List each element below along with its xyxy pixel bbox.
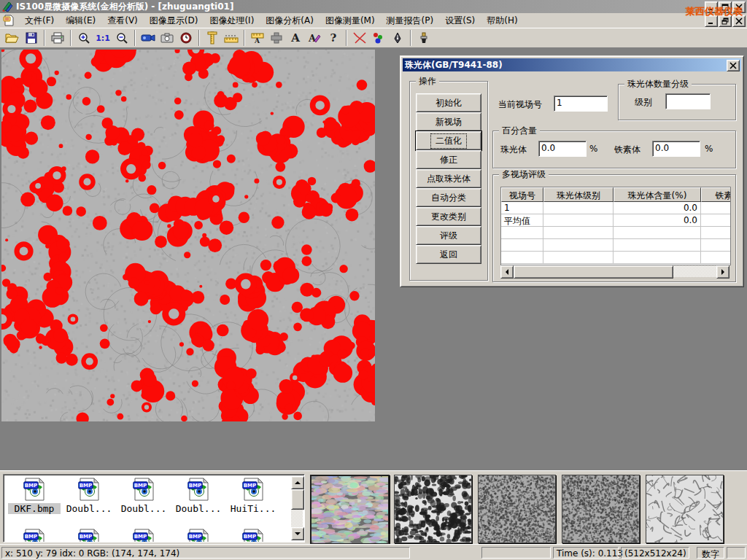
print-button[interactable]: [48, 29, 67, 47]
table-horizontal-scrollbar[interactable]: [500, 265, 729, 277]
text-button[interactable]: A: [286, 29, 305, 47]
save-button[interactable]: [22, 29, 41, 47]
menu-report[interactable]: 测量报告(P): [381, 13, 440, 28]
scroll-up-button[interactable]: [291, 476, 304, 489]
menu-image-process[interactable]: 图像处理(I): [204, 13, 260, 28]
scrollbar-thumb[interactable]: [291, 489, 304, 510]
menu-image-analysis[interactable]: 图像分析(A): [260, 13, 320, 28]
bmp-file-icon: [77, 478, 101, 501]
dialog-close-button[interactable]: [727, 60, 740, 71]
file-item[interactable]: [63, 529, 115, 542]
file-item[interactable]: [117, 529, 170, 542]
correct-button[interactable]: 修正: [416, 150, 481, 169]
annotate-button[interactable]: A: [305, 29, 324, 47]
ferrite-percent-input[interactable]: 0.0: [652, 141, 700, 157]
child-close-button[interactable]: [732, 15, 746, 27]
child-restore-button[interactable]: [719, 15, 732, 27]
current-field-input[interactable]: 1: [554, 96, 608, 112]
toolbar-separator: [346, 30, 347, 46]
ruler-button[interactable]: [222, 29, 241, 47]
scroll-right-button[interactable]: [716, 265, 729, 279]
brush-tool-button[interactable]: [414, 29, 433, 47]
file-item[interactable]: Doubl...: [63, 478, 115, 514]
help-button[interactable]: ?: [324, 29, 343, 47]
file-name-selected[interactable]: DKF.bmp: [8, 503, 61, 514]
menu-file[interactable]: 文件(F): [19, 13, 60, 28]
multi-field-group: 多视场评级 视场号 珠光体级别 珠光体含量(%) 铁素体含量(%) 1 0.0 …: [492, 174, 736, 282]
close-button[interactable]: [732, 1, 746, 13]
video-capture-button[interactable]: [139, 29, 158, 47]
auto-classify-button[interactable]: 自动分类: [416, 188, 481, 207]
thumbnail-5[interactable]: [646, 475, 724, 543]
pen-tool-button[interactable]: [388, 29, 407, 47]
col-ferrite-content[interactable]: 铁素体含量(%): [701, 187, 731, 202]
pen-nib-icon: [393, 32, 402, 44]
operations-group: 操作 初始化 新视场 二值化 修正 点取珠光体 自动分类 更改类别 评级 返回: [409, 81, 488, 281]
menu-settings[interactable]: 设置(S): [439, 13, 481, 28]
scroll-down-button[interactable]: [291, 527, 304, 540]
file-item[interactable]: Doubl...: [172, 478, 225, 514]
bmp-file-icon: [77, 529, 101, 542]
dialog-title-bar[interactable]: 珠光体(GB/T9441-88): [403, 58, 741, 71]
menu-help[interactable]: 帮助(H): [481, 13, 523, 28]
thumbnail-4[interactable]: [562, 475, 640, 543]
file-item[interactable]: HuiTi...: [227, 478, 279, 514]
open-button[interactable]: [3, 29, 22, 47]
col-pearlite-grade[interactable]: 珠光体级别: [543, 187, 614, 202]
file-browser[interactable]: DKF.bmp Doubl... Doubl... Doubl... HuiTi…: [3, 474, 305, 542]
scrollbar-thumb[interactable]: [514, 265, 673, 279]
multi-field-table[interactable]: 视场号 珠光体级别 珠光体含量(%) 铁素体含量(%) 1 0.0 平均值 0.…: [500, 187, 731, 265]
new-field-button[interactable]: 新视场: [416, 112, 481, 131]
pearlite-percent-sign: %: [589, 144, 597, 154]
file-item[interactable]: [8, 529, 61, 542]
scroll-left-button[interactable]: [500, 265, 514, 279]
file-item[interactable]: [227, 529, 279, 542]
col-field-no[interactable]: 视场号: [501, 187, 543, 202]
zoom-in-button[interactable]: [74, 29, 93, 47]
zoom-out-button[interactable]: [112, 29, 131, 47]
menu-view[interactable]: 查看(V): [101, 13, 144, 28]
init-button[interactable]: 初始化: [416, 93, 481, 112]
count-marks-button[interactable]: [369, 29, 388, 47]
curve-tool-button[interactable]: [350, 29, 369, 47]
svg-text:A: A: [254, 37, 260, 44]
thumbnail-3[interactable]: [478, 475, 556, 543]
bmp-file-icon: [23, 529, 46, 542]
maximize-button[interactable]: [719, 1, 732, 13]
pearlite-percent-input[interactable]: 0.0: [538, 141, 587, 157]
file-item[interactable]: DKF.bmp: [8, 478, 61, 514]
file-item[interactable]: [172, 529, 225, 542]
snapshot-button[interactable]: [158, 29, 177, 47]
change-class-button[interactable]: 更改类别: [416, 207, 481, 226]
percent-group-label: 百分含量: [499, 125, 540, 136]
child-minimize-button[interactable]: [705, 15, 718, 27]
menu-edit[interactable]: 编辑(E): [60, 13, 101, 28]
title-bar[interactable]: IS100显微摄像系统(金相分析版) - [zhuguangti01]: [0, 0, 747, 13]
micrograph-image[interactable]: [1, 50, 375, 421]
thumbnail-2[interactable]: [394, 475, 472, 543]
grade-button[interactable]: 评级: [416, 226, 481, 245]
minimize-button[interactable]: [705, 1, 718, 13]
bmp-file-icon: [187, 529, 210, 542]
thumbnail-1[interactable]: [310, 475, 390, 545]
binarize-button[interactable]: 二值化: [416, 131, 481, 150]
col-pearlite-content[interactable]: 珠光体含量(%): [614, 187, 701, 202]
table-row-empty: [501, 239, 730, 252]
file-list-scrollbar[interactable]: [291, 476, 303, 540]
pick-pearlite-button[interactable]: 点取珠光体: [416, 169, 481, 188]
grid-button[interactable]: [267, 29, 286, 47]
file-item[interactable]: Doubl...: [117, 478, 170, 514]
table-row[interactable]: 1 0.0: [501, 202, 730, 214]
grade-level-input[interactable]: [665, 93, 711, 109]
caliper-button[interactable]: [203, 29, 222, 47]
return-button[interactable]: 返回: [416, 245, 481, 264]
table-row[interactable]: 平均值 0.0: [501, 214, 730, 227]
brush-icon: [419, 32, 428, 44]
timer-button[interactable]: [177, 29, 196, 47]
actual-size-button[interactable]: 1:1: [93, 29, 112, 47]
menu-image-display[interactable]: 图像显示(D): [144, 13, 204, 28]
letter-a-icon: A: [291, 31, 300, 44]
measure-label-button[interactable]: A: [248, 29, 267, 47]
menu-image-measure[interactable]: 图像测量(M): [320, 13, 381, 28]
grid-cross-icon: [271, 32, 282, 44]
